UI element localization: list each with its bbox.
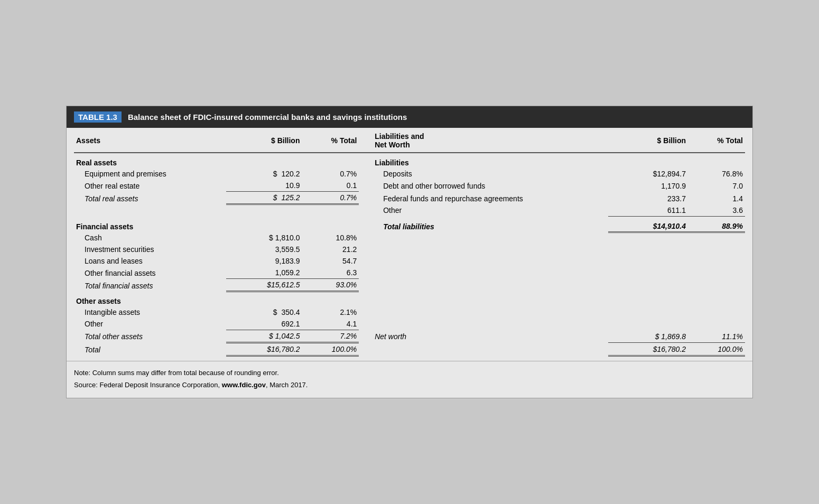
deposits-pct: 76.8% <box>688 168 745 180</box>
row-intangible-assets: Intangible assets $ 350.4 2.1% <box>74 306 745 318</box>
federal-funds-label: Federal funds and repurchase agreements <box>373 192 608 204</box>
liability-billion-col-header: $ Billion <box>608 128 688 153</box>
loans-leases-billion: 9,183.9 <box>226 255 302 267</box>
total-financial-assets-billion: $15,612.5 <box>226 279 302 292</box>
real-assets-header-row: Real assets Liabilities <box>74 153 745 168</box>
other-assets-label: Other <box>74 318 226 330</box>
federal-funds-pct: 1.4 <box>688 192 745 204</box>
total-other-assets-pct: 7.2% <box>302 330 359 342</box>
liabilities-header-line2: Net Worth <box>375 141 410 149</box>
other-assets-billion: 692.1 <box>226 318 302 330</box>
intangible-assets-label: Intangible assets <box>74 306 226 318</box>
total-other-assets-billion: $ 1,042.5 <box>226 330 302 342</box>
column-headers: Assets $ Billion % Total Liabilities and… <box>74 128 745 153</box>
table-container: TABLE 1.3 Balance sheet of FDIC-insured … <box>66 106 753 398</box>
liabilities-col-header: Liabilities and Net Worth <box>373 128 608 153</box>
table-title: Balance sheet of FDIC-insured commercial… <box>128 113 407 122</box>
assets-col-header: Assets <box>74 128 226 153</box>
row-other-assets: Other 692.1 4.1 <box>74 318 745 330</box>
other-real-estate-billion: 10.9 <box>226 180 302 192</box>
other-real-estate-pct: 0.1 <box>302 180 359 192</box>
total-liab-nw-billion: $16,780.2 <box>608 342 688 356</box>
net-worth-label: Net worth <box>373 330 608 342</box>
other-assets-header-row: Other assets <box>74 292 745 306</box>
pct-col-header: % Total <box>302 128 359 153</box>
total-real-pct: 0.7% <box>302 192 359 204</box>
row-equipment-deposits: Equipment and premises $ 120.2 0.7% Depo… <box>74 168 745 180</box>
debt-billion: 1,170.9 <box>608 180 688 192</box>
billion-col-header: $ Billion <box>226 128 302 153</box>
deposits-billion: $12,894.7 <box>608 168 688 180</box>
row-total-financial-assets: Total financial assets $15,612.5 93.0% <box>74 279 745 292</box>
table-label: TABLE 1.3 <box>74 111 122 123</box>
row-investment-securities: Investment securities 3,559.5 21.2 <box>74 244 745 255</box>
balance-sheet-table: Assets $ Billion % Total Liabilities and… <box>74 128 745 357</box>
row-spacer-other-liab: Other 611.1 3.6 <box>74 204 745 217</box>
other-financial-assets-billion: 1,059.2 <box>226 267 302 279</box>
row-total-other-net-worth: Total other assets $ 1,042.5 7.2% Net wo… <box>74 330 745 342</box>
liabilities-header-line1: Liabilities and <box>375 132 424 141</box>
other-financial-assets-label: Other financial assets <box>74 267 226 279</box>
table-header: TABLE 1.3 Balance sheet of FDIC-insured … <box>67 106 752 128</box>
equipment-billion: $ 120.2 <box>226 168 302 180</box>
table-wrapper: Assets $ Billion % Total Liabilities and… <box>67 128 752 357</box>
row-cash: Cash $ 1,810.0 10.8% <box>74 232 745 244</box>
total-liabilities-billion: $14,910.4 <box>608 216 688 232</box>
equipment-pct: 0.7% <box>302 168 359 180</box>
real-assets-header: Real assets <box>74 153 226 168</box>
row-financial-assets-header-total-liab: Financial assets Total liabilities $14,9… <box>74 216 745 232</box>
total-real-billion: $ 125.2 <box>226 192 302 204</box>
total-real-label: Total real assets <box>74 192 226 204</box>
loans-leases-pct: 54.7 <box>302 255 359 267</box>
cash-pct: 10.8% <box>302 232 359 244</box>
grand-total-pct: 100.0% <box>302 342 359 356</box>
row-other-real-estate-debt: Other real estate 10.9 0.1 Debt and othe… <box>74 180 745 192</box>
row-loans-leases: Loans and leases 9,183.9 54.7 <box>74 255 745 267</box>
debt-label: Debt and other borrowed funds <box>373 180 608 192</box>
liability-pct-col-header: % Total <box>688 128 745 153</box>
row-total-real-federal: Total real assets $ 125.2 0.7% Federal f… <box>74 192 745 204</box>
other-liab-label: Other <box>373 204 608 217</box>
row-grand-total: Total $16,780.2 100.0% $16,780.2 100.0% <box>74 342 745 356</box>
federal-funds-billion: 233.7 <box>608 192 688 204</box>
cash-label: Cash <box>74 232 226 244</box>
other-real-estate-label: Other real estate <box>74 180 226 192</box>
total-other-assets-label: Total other assets <box>74 330 226 342</box>
other-financial-assets-pct: 6.3 <box>302 267 359 279</box>
total-financial-assets-pct: 93.0% <box>302 279 359 292</box>
cash-billion: $ 1,810.0 <box>226 232 302 244</box>
investment-securities-billion: 3,559.5 <box>226 244 302 255</box>
liabilities-header: Liabilities <box>373 153 608 168</box>
note-source: Source: Federal Deposit Insurance Corpor… <box>74 379 745 391</box>
other-liab-billion: 611.1 <box>608 204 688 217</box>
notes-section: Note: Column sums may differ from total … <box>67 361 752 391</box>
row-other-financial-assets: Other financial assets 1,059.2 6.3 <box>74 267 745 279</box>
total-liabilities-pct: 88.9% <box>688 216 745 232</box>
financial-assets-header: Financial assets <box>74 216 226 232</box>
note-rounding: Note: Column sums may differ from total … <box>74 367 745 379</box>
net-worth-pct: 11.1% <box>688 330 745 342</box>
equipment-label: Equipment and premises <box>74 168 226 180</box>
col-spacer <box>359 128 373 153</box>
intangible-assets-billion: $ 350.4 <box>226 306 302 318</box>
net-worth-billion: $ 1,869.8 <box>608 330 688 342</box>
total-liabilities-label: Total liabilities <box>373 216 608 232</box>
other-assets-pct: 4.1 <box>302 318 359 330</box>
loans-leases-label: Loans and leases <box>74 255 226 267</box>
deposits-label: Deposits <box>373 168 608 180</box>
total-liab-nw-pct: 100.0% <box>688 342 745 356</box>
investment-securities-label: Investment securities <box>74 244 226 255</box>
grand-total-label: Total <box>74 342 226 356</box>
total-financial-assets-label: Total financial assets <box>74 279 226 292</box>
grand-total-billion: $16,780.2 <box>226 342 302 356</box>
investment-securities-pct: 21.2 <box>302 244 359 255</box>
intangible-assets-pct: 2.1% <box>302 306 359 318</box>
other-liab-pct: 3.6 <box>688 204 745 217</box>
debt-pct: 7.0 <box>688 180 745 192</box>
other-assets-header: Other assets <box>74 292 226 306</box>
